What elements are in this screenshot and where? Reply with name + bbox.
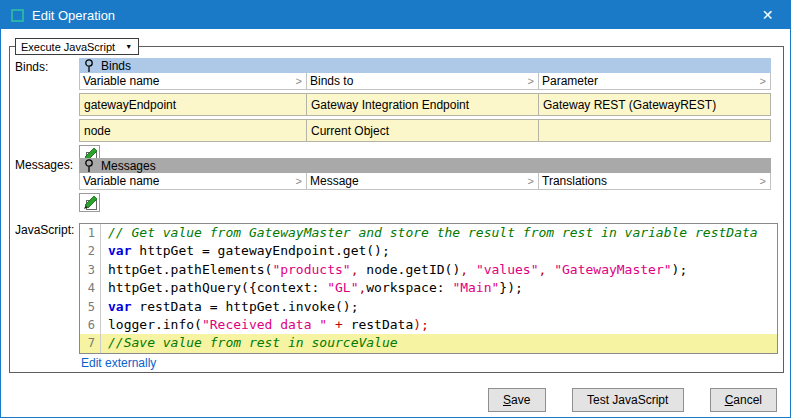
line-number: 1 <box>80 224 101 242</box>
pin-icon <box>84 59 94 73</box>
binds-table-cell[interactable]: Gateway REST (GatewayREST) <box>539 94 770 115</box>
code-line: 6logger.info("Received data " + restData… <box>80 316 777 334</box>
binds-column-header[interactable]: Binds to> <box>307 73 539 89</box>
code-line: 5var restData = httpGet.invoke(); <box>80 298 777 316</box>
code-line: 3httpGet.pathElements("products", node.g… <box>80 261 777 279</box>
binds-table-row[interactable]: gatewayEndpointGateway Integration Endpo… <box>79 93 771 116</box>
binds-table-row[interactable]: nodeCurrent Object <box>79 119 771 142</box>
operation-type-value: Execute JavaScript <box>21 41 115 53</box>
test-javascript-button[interactable]: Test JavaScript <box>572 388 684 412</box>
line-number: 2 <box>80 242 101 260</box>
binds-caption: Binds <box>79 58 771 73</box>
binds-table-cell[interactable] <box>539 120 770 141</box>
app-icon <box>11 9 24 22</box>
line-number: 6 <box>80 316 101 334</box>
line-number: 7 <box>80 334 101 352</box>
edit-externally-link[interactable]: Edit externally <box>81 356 156 370</box>
binds-table-cell[interactable]: Gateway Integration Endpoint <box>307 94 539 115</box>
binds-table-cell[interactable]: Current Object <box>307 120 539 141</box>
save-button[interactable]: Save <box>488 388 546 412</box>
binds-table-cell[interactable]: node <box>80 120 307 141</box>
binds-table: BindsVariable name>Binds to>Parameter>ga… <box>79 58 771 164</box>
sort-indicator-icon: > <box>528 75 534 87</box>
javascript-label: JavaScript: <box>15 223 74 237</box>
operation-type-select[interactable]: Execute JavaScript ▼ <box>15 38 139 55</box>
sort-indicator-icon: > <box>760 75 766 87</box>
titlebar: Edit Operation ✕ <box>1 1 790 29</box>
code-line: 1// Get value from GatewayMaster and sto… <box>80 224 777 242</box>
binds-column-header[interactable]: Parameter> <box>539 73 770 89</box>
pin-icon <box>84 159 94 173</box>
window-title: Edit Operation <box>32 8 115 23</box>
messages-column-header[interactable]: Translations> <box>539 173 770 189</box>
binds-label: Binds: <box>15 60 48 74</box>
sort-indicator-icon: > <box>760 175 766 187</box>
messages-edit-button[interactable] <box>79 193 100 212</box>
line-number: 5 <box>80 298 101 316</box>
binds-header-row: Variable name>Binds to>Parameter> <box>79 73 771 90</box>
footer-buttons: SaveTest JavaScriptCancel <box>488 388 777 412</box>
code-line: 2var httpGet = gatewayEndpoint.get(); <box>80 242 777 260</box>
messages-caption: Messages <box>79 158 771 173</box>
messages-column-header[interactable]: Message> <box>307 173 539 189</box>
binds-column-header[interactable]: Variable name> <box>80 73 307 89</box>
binds-caption-text: Binds <box>101 59 131 73</box>
dialog-window: Edit Operation ✕ Execute JavaScript ▼ Bi… <box>0 0 791 418</box>
edit-icon <box>81 195 99 211</box>
cancel-button[interactable]: Cancel <box>710 388 777 412</box>
chevron-down-icon: ▼ <box>125 43 132 50</box>
line-number: 3 <box>80 261 101 279</box>
binds-table-cell[interactable]: gatewayEndpoint <box>80 94 307 115</box>
messages-label: Messages: <box>15 158 73 172</box>
line-number: 4 <box>80 279 101 297</box>
messages-column-header[interactable]: Variable name> <box>80 173 307 189</box>
code-line: 7//Save value from rest in sourceValue <box>80 334 777 352</box>
sort-indicator-icon: > <box>296 175 302 187</box>
javascript-code-editor[interactable]: 1// Get value from GatewayMaster and sto… <box>79 223 778 354</box>
messages-table: MessagesVariable name>Message>Translatio… <box>79 158 771 212</box>
messages-header-row: Variable name>Message>Translations> <box>79 173 771 190</box>
code-line: 4httpGet.pathQuery({context: "GL",worksp… <box>80 279 777 297</box>
close-icon[interactable]: ✕ <box>745 1 790 29</box>
messages-caption-text: Messages <box>101 159 156 173</box>
sort-indicator-icon: > <box>528 175 534 187</box>
sort-indicator-icon: > <box>296 75 302 87</box>
